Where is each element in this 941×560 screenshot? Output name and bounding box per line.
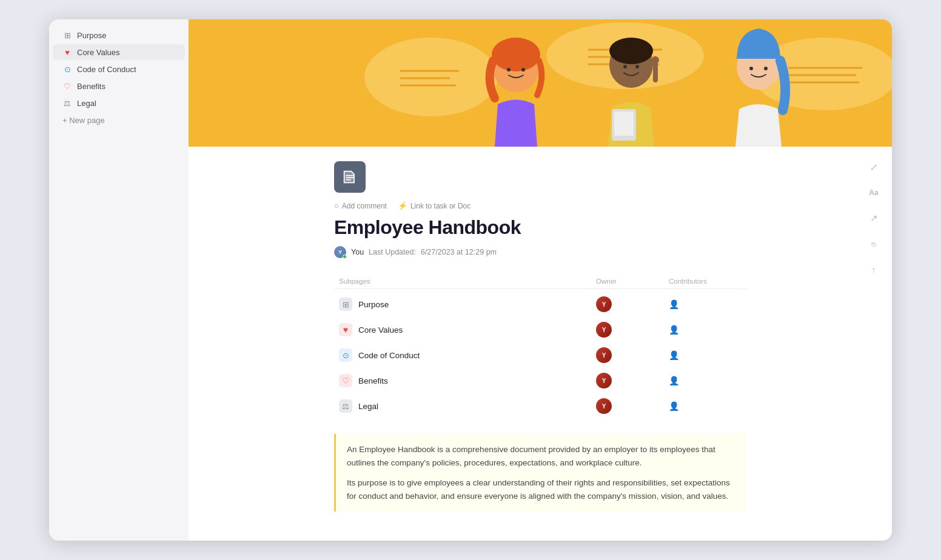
link-task-label: Link to task or Doc <box>410 202 470 210</box>
table-row[interactable]: ♥ Core Values Y 👤 <box>334 317 746 342</box>
svg-point-20 <box>652 56 659 64</box>
main-content: ⤢ Aa ↗ ⎋ ↑ <box>189 19 892 541</box>
page-title: Employee Handbook <box>334 216 746 239</box>
subpages-header: Subpages Owner Contributors <box>334 275 746 289</box>
contributors-cell-code-of-conduct: 👤 <box>669 350 742 360</box>
contributor-icon: 👤 <box>669 350 679 360</box>
contributors-cell-purpose: 👤 <box>669 299 742 309</box>
callout-paragraph-1: An Employee Handbook is a comprehensive … <box>347 443 735 469</box>
owner-avatar-purpose: Y <box>596 296 612 312</box>
expand-button[interactable]: ⤢ <box>865 159 882 176</box>
core-values-icon: ♥ <box>62 47 72 57</box>
col-contributors: Contributors <box>669 278 742 285</box>
author-line: Y You Last Updated: 6/27/2023 at 12:29 p… <box>334 246 746 258</box>
contributor-icon: 👤 <box>669 325 679 335</box>
svg-point-23 <box>623 65 627 68</box>
owner-avatar-legal: Y <box>596 398 612 414</box>
sidebar-item-core-values[interactable]: ♥ Core Values <box>53 44 185 60</box>
svg-point-1 <box>364 38 498 116</box>
contributor-icon: 👤 <box>669 299 679 309</box>
expand-icon: ⤢ <box>870 162 878 173</box>
sidebar-item-legal[interactable]: ⚖ Legal <box>53 95 185 111</box>
owner-cell-purpose: Y <box>596 296 669 312</box>
subpage-name-purpose: ⊞ Purpose <box>339 298 596 311</box>
owner-cell-core-values: Y <box>596 322 669 338</box>
add-comment-button[interactable]: ○ Add comment <box>334 201 387 210</box>
contributors-cell-benefits: 👤 <box>669 376 742 385</box>
contributor-icon: 👤 <box>669 401 679 411</box>
benefits-icon: ♡ <box>62 81 72 91</box>
contributors-cell-core-values: 👤 <box>669 325 742 335</box>
core-values-row-icon: ♥ <box>339 323 352 336</box>
right-actions-panel: ⤢ Aa ↗ ⎋ ↑ <box>865 159 882 278</box>
comment-icon: ○ <box>334 201 339 210</box>
code-of-conduct-row-icon: ⊙ <box>339 348 352 362</box>
col-subpages: Subpages <box>339 278 596 285</box>
owner-cell-legal: Y <box>596 398 669 414</box>
hero-illustration <box>189 19 892 147</box>
bookmark-button[interactable]: ↑ <box>865 261 882 278</box>
svg-point-15 <box>507 68 511 72</box>
legal-icon: ⚖ <box>62 98 72 108</box>
hero-banner <box>189 19 892 147</box>
text-size-button[interactable]: Aa <box>865 184 882 201</box>
contributor-icon: 👤 <box>669 376 679 385</box>
last-updated-date: 6/27/2023 at 12:29 pm <box>421 248 497 256</box>
callout-box: An Employee Handbook is a comprehensive … <box>334 433 746 512</box>
last-updated-label: Last Updated: <box>369 248 416 256</box>
link-task-button[interactable]: ⚡ Link to task or Doc <box>398 201 470 210</box>
subpages-section: Subpages Owner Contributors ⊞ Purpose <box>334 275 746 419</box>
bookmark-icon: ↑ <box>871 264 876 275</box>
page-icon <box>334 161 366 193</box>
callout-paragraph-2: Its purpose is to give employees a clear… <box>347 476 735 502</box>
add-comment-label: Add comment <box>342 202 387 210</box>
share-button[interactable]: ↗ <box>865 210 882 227</box>
benefits-row-icon: ♡ <box>339 374 352 387</box>
sidebar-item-code-of-conduct[interactable]: ⊙ Code of Conduct <box>53 61 185 77</box>
sidebar-item-purpose[interactable]: ⊞ Purpose <box>53 27 185 43</box>
sidebar-item-label: Legal <box>77 99 96 108</box>
sidebar: ⊞ Purpose ♥ Core Values ⊙ Code of Conduc… <box>49 19 189 541</box>
author-avatar: Y <box>334 246 346 258</box>
svg-point-26 <box>749 67 753 70</box>
code-of-conduct-icon: ⊙ <box>62 64 72 74</box>
link-icon: ⚡ <box>398 201 407 210</box>
purpose-icon: ⊞ <box>62 30 72 40</box>
app-window: ⊞ Purpose ♥ Core Values ⊙ Code of Conduc… <box>49 19 892 541</box>
new-page-label: + New page <box>62 116 105 125</box>
legal-row-icon: ⚖ <box>339 399 352 413</box>
table-row[interactable]: ⊙ Code of Conduct Y 👤 <box>334 342 746 368</box>
document-icon <box>341 168 358 185</box>
online-indicator <box>343 255 347 259</box>
purpose-row-icon: ⊞ <box>339 298 352 311</box>
share-icon: ↗ <box>870 213 878 224</box>
contributors-cell-legal: 👤 <box>669 401 742 411</box>
new-page-button[interactable]: + New page <box>53 113 185 128</box>
page-inner: ○ Add comment ⚡ Link to task or Doc Empl… <box>334 147 746 512</box>
owner-cell-code-of-conduct: Y <box>596 347 669 363</box>
col-owner: Owner <box>596 278 669 285</box>
subpage-name-core-values: ♥ Core Values <box>339 323 596 336</box>
export-button[interactable]: ⎋ <box>865 235 882 252</box>
action-bar: ○ Add comment ⚡ Link to task or Doc <box>334 201 746 210</box>
table-row[interactable]: ♡ Benefits Y 👤 <box>334 368 746 393</box>
export-icon: ⎋ <box>871 239 876 248</box>
subpage-name-code-of-conduct: ⊙ Code of Conduct <box>339 348 596 362</box>
table-row[interactable]: ⊞ Purpose Y 👤 <box>334 292 746 317</box>
owner-cell-benefits: Y <box>596 373 669 388</box>
page-body: ○ Add comment ⚡ Link to task or Doc Empl… <box>189 147 892 541</box>
text-size-icon: Aa <box>869 188 878 197</box>
sidebar-item-benefits[interactable]: ♡ Benefits <box>53 78 185 94</box>
svg-point-27 <box>764 67 768 70</box>
sidebar-item-label: Core Values <box>77 48 120 57</box>
subpage-name-benefits: ♡ Benefits <box>339 374 596 387</box>
svg-point-14 <box>492 38 540 72</box>
subpage-name-legal: ⚖ Legal <box>339 399 596 413</box>
table-row[interactable]: ⚖ Legal Y 👤 <box>334 393 746 419</box>
sidebar-item-label: Purpose <box>77 31 106 40</box>
owner-avatar-core-values: Y <box>596 322 612 338</box>
svg-rect-22 <box>614 112 634 136</box>
sidebar-item-label: Benefits <box>77 82 105 91</box>
author-name: You <box>351 248 364 256</box>
svg-point-16 <box>521 68 525 72</box>
